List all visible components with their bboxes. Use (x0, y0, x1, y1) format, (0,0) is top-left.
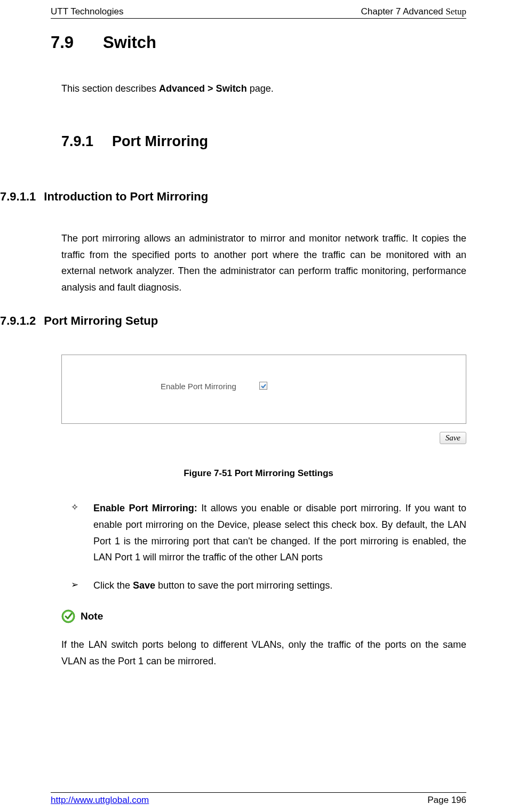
checkmark-circle-icon (61, 609, 75, 623)
list-item: ➢ Click the Save button to save the port… (76, 577, 466, 594)
figure-caption: Figure 7-51 Port Mirroring Settings (51, 468, 466, 479)
list-item: ✧ Enable Port Mirroring: It allows you e… (76, 500, 466, 565)
settings-panel: Enable Port Mirroring (61, 355, 466, 424)
save-button[interactable]: Save (440, 432, 466, 444)
arrow-bullet-icon: ➢ (71, 577, 78, 593)
heading-title: Port Mirroring Setup (44, 314, 158, 328)
heading-title: Switch (103, 33, 156, 52)
heading-number: 7.9.1 (61, 133, 93, 150)
footer-page-number: Page 196 (427, 795, 466, 806)
heading-number: 7.9 (51, 33, 74, 52)
heading-title: Introduction to Port Mirroring (44, 190, 208, 204)
intro-paragraph: This section describes Advanced > Switch… (61, 82, 466, 96)
checkmark-icon (260, 383, 267, 389)
note-header: Note (61, 609, 466, 623)
checkbox-label: Enable Port Mirroring (161, 382, 236, 391)
heading-level-2: 7.9.1 Port Mirroring (61, 133, 466, 150)
page-footer: http://www.uttglobal.com Page 196 (51, 792, 466, 806)
page-header: UTT Technologies Chapter 7 Advanced Setu… (51, 6, 466, 19)
header-chapter: Chapter 7 Advanced Setup (361, 6, 466, 17)
heading-level-1: 7.9 Switch (51, 33, 466, 52)
note-text: If the LAN switch ports belong to differ… (61, 637, 466, 669)
enable-port-mirroring-checkbox[interactable] (259, 382, 267, 390)
page-content: 7.9 Switch This section describes Advanc… (51, 0, 466, 670)
button-row: Save (61, 432, 466, 444)
body-paragraph: The port mirroring allows an administrat… (61, 230, 466, 295)
heading-level-3: 7.9.1.1 Introduction to Port Mirroring (0, 190, 466, 204)
diamond-bullet-icon: ✧ (71, 500, 78, 516)
heading-level-3: 7.9.1.2 Port Mirroring Setup (0, 314, 466, 328)
note-label: Note (81, 610, 103, 622)
header-company: UTT Technologies (51, 6, 123, 17)
heading-number: 7.9.1.1 (0, 190, 36, 204)
footer-url[interactable]: http://www.uttglobal.com (51, 795, 149, 806)
heading-number: 7.9.1.2 (0, 314, 36, 328)
heading-title: Port Mirroring (112, 133, 208, 150)
